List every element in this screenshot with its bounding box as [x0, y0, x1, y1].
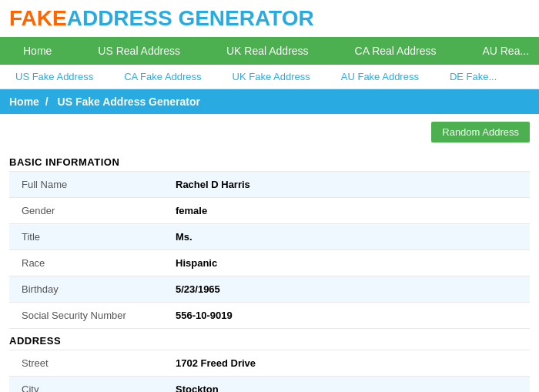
field-value: 1702 Freed Drive	[163, 350, 530, 377]
table-row: Street1702 Freed Drive	[9, 350, 530, 377]
random-address-button[interactable]: Random Address	[431, 122, 530, 142]
nav-ca-fake[interactable]: CA Fake Address	[109, 65, 216, 89]
nav-us-real[interactable]: US Real Address	[75, 37, 203, 65]
breadcrumb-home[interactable]: Home	[9, 95, 39, 108]
field-label: Birthday	[9, 276, 163, 303]
table-row: Full NameRachel D Harris	[9, 172, 530, 198]
title-rest: ADDRESS GENERATOR	[67, 6, 314, 31]
field-value: 5/23/1965	[163, 276, 530, 303]
field-label: Gender	[9, 198, 163, 224]
table-row: Birthday5/23/1965	[9, 276, 530, 303]
table-row: RaceHispanic	[9, 250, 530, 276]
section-title: BASIC INFORMATION	[9, 150, 530, 172]
table-row: CityStockton	[9, 377, 530, 393]
primary-nav: Home US Real Address UK Real Address CA …	[0, 37, 539, 65]
section-title-row: BASIC INFORMATION	[9, 150, 530, 172]
nav-us-fake[interactable]: US Fake Address	[0, 65, 109, 89]
site-header: FAKE ADDRESS GENERATOR	[0, 0, 539, 37]
field-label: Social Security Number	[9, 303, 163, 329]
section-title-row: ADDRESS	[9, 329, 530, 350]
nav-uk-real[interactable]: UK Real Address	[203, 37, 332, 65]
table-row: TitleMs.	[9, 224, 530, 250]
field-value: Rachel D Harris	[163, 172, 530, 198]
field-label: City	[9, 377, 163, 393]
nav-home[interactable]: Home	[0, 37, 75, 65]
breadcrumb-separator: /	[45, 95, 49, 108]
field-value: female	[163, 198, 530, 224]
nav-de-fake[interactable]: DE Fake...	[434, 65, 512, 89]
field-value: 556-10-9019	[163, 303, 530, 329]
secondary-nav: US Fake Address CA Fake Address UK Fake …	[0, 65, 539, 89]
breadcrumb-current: US Fake Address Generator	[58, 95, 200, 108]
info-table: BASIC INFORMATIONFull NameRachel D Harri…	[9, 150, 530, 392]
field-label: Street	[9, 350, 163, 377]
field-label: Title	[9, 224, 163, 250]
field-value: Stockton	[163, 377, 530, 393]
table-row: Social Security Number556-10-9019	[9, 303, 530, 329]
field-value: Ms.	[163, 224, 530, 250]
field-label: Race	[9, 250, 163, 276]
section-title: ADDRESS	[9, 329, 530, 350]
main-content: Random Address BASIC INFORMATIONFull Nam…	[0, 114, 539, 392]
nav-au-fake[interactable]: AU Fake Address	[326, 65, 434, 89]
field-label: Full Name	[9, 172, 163, 198]
nav-au-real[interactable]: AU Rea...	[459, 37, 539, 65]
nav-ca-real[interactable]: CA Real Address	[332, 37, 460, 65]
nav-uk-fake[interactable]: UK Fake Address	[217, 65, 326, 89]
table-row: Genderfemale	[9, 198, 530, 224]
field-value: Hispanic	[163, 250, 530, 276]
title-fake: FAKE	[9, 6, 67, 31]
toolbar: Random Address	[9, 122, 530, 142]
breadcrumb: Home / US Fake Address Generator	[0, 89, 539, 114]
